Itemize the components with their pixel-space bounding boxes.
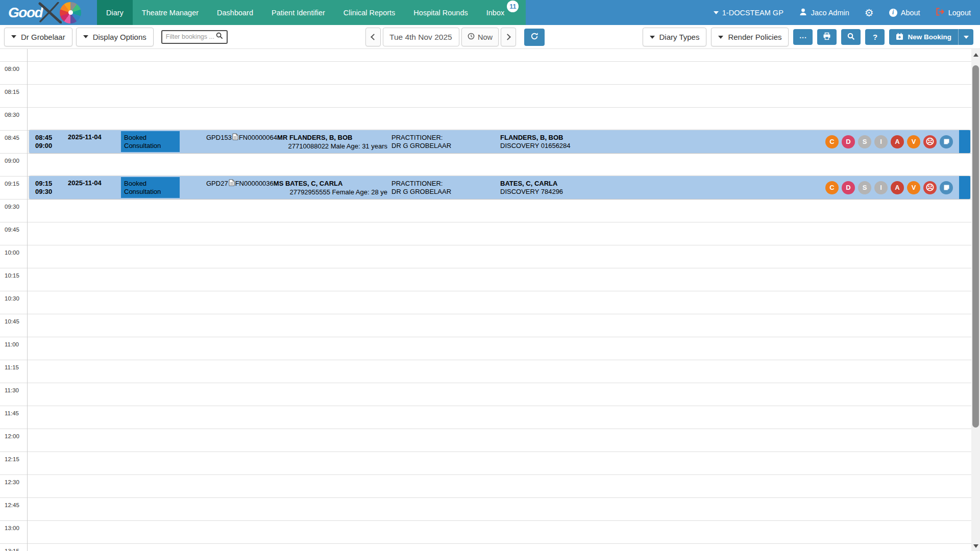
time-slot-label: 09:30: [5, 204, 19, 210]
badge-d[interactable]: D: [842, 181, 855, 194]
time-slot-label: 11:15: [5, 364, 19, 370]
note-icon[interactable]: [940, 135, 953, 148]
scroll-up-arrow[interactable]: [971, 51, 980, 59]
help-button[interactable]: ?: [865, 29, 885, 45]
booking-practitioner: PRACTITIONER:DR G GROBELAAR: [391, 180, 496, 196]
logout-button[interactable]: Logout: [936, 8, 971, 17]
badge-i[interactable]: I: [874, 181, 888, 194]
nav-item-patient-identifier[interactable]: Patient Identifier: [262, 0, 334, 25]
time-slot-label: 10:45: [5, 318, 19, 324]
nav-item-diary[interactable]: Diary: [97, 0, 133, 25]
practice-selector[interactable]: 1-DOCSTEAM GP: [714, 9, 783, 17]
settings-button[interactable]: ⚙: [865, 8, 874, 18]
patient-name: MR FLANDERS, B, BOB: [277, 134, 352, 142]
time-slot-row[interactable]: 09:30: [0, 199, 971, 222]
time-slot-row[interactable]: 11:30: [0, 383, 971, 406]
booking-row[interactable]: 08:4509:002025-11-04BookedConsultationGP…: [29, 130, 970, 153]
new-booking-dropdown-toggle[interactable]: [958, 29, 973, 45]
time-slot-row[interactable]: 12:30: [0, 474, 971, 497]
time-slot-row[interactable]: 10:00: [0, 245, 971, 268]
render-policies-dropdown[interactable]: Render Policies: [711, 28, 789, 46]
date-field[interactable]: Tue 4th Nov 2025: [383, 28, 459, 46]
user-menu[interactable]: Jaco Admin: [799, 8, 849, 18]
nav-item-clinical-reports[interactable]: Clinical Reports: [334, 0, 405, 25]
previous-day-button[interactable]: [365, 28, 381, 46]
time-slot-row[interactable]: 11:45: [0, 406, 971, 429]
booking-date: 2025-11-04: [61, 133, 121, 141]
caret-down-icon: [964, 36, 969, 39]
practitioner-dropdown[interactable]: Dr Grobelaar: [4, 28, 72, 46]
display-options-dropdown[interactable]: Display Options: [76, 28, 154, 46]
time-slot-row[interactable]: 11:00: [0, 337, 971, 360]
time-slot-row[interactable]: 08:00: [0, 61, 971, 84]
time-slot-row[interactable]: 10:30: [0, 291, 971, 314]
note-icon[interactable]: [940, 181, 953, 194]
badge-i[interactable]: I: [874, 135, 888, 148]
badge-d[interactable]: D: [842, 135, 855, 148]
badge-v[interactable]: V: [907, 135, 920, 148]
about-button[interactable]: i About: [889, 9, 920, 17]
date-navigation: Tue 4th Nov 2025 Now: [365, 25, 545, 49]
sad-face-icon[interactable]: ☹: [923, 181, 937, 194]
booking-row[interactable]: 09:1509:302025-11-04BookedConsultationGP…: [29, 176, 970, 199]
badge-c[interactable]: C: [825, 135, 839, 148]
nav-item-theatre-manager[interactable]: Theatre Manager: [133, 0, 208, 25]
badge-s[interactable]: S: [858, 135, 871, 148]
time-slot-row[interactable]: 12:15: [0, 452, 971, 474]
time-slot-label: 08:15: [5, 89, 19, 95]
booking-date: 2025-11-04: [61, 179, 121, 187]
booking-status-badge: BookedConsultation: [121, 131, 180, 152]
time-slot-row[interactable]: 08:15: [0, 84, 971, 107]
booking-file-number: FN00000064: [239, 134, 277, 142]
print-button[interactable]: [817, 29, 837, 45]
booking-time-range: 09:1509:30: [35, 180, 61, 195]
search-button[interactable]: [841, 29, 861, 45]
new-booking-button[interactable]: New Booking: [889, 29, 958, 45]
scroll-down-arrow[interactable]: [971, 542, 980, 550]
time-slot-row[interactable]: 12:00: [0, 429, 971, 452]
badge-a[interactable]: A: [891, 181, 904, 194]
booking-ref: GPD27: [206, 180, 228, 188]
more-options-button[interactable]: ...: [793, 29, 813, 45]
now-button[interactable]: Now: [461, 28, 499, 46]
sad-face-icon[interactable]: ☹: [923, 135, 937, 148]
time-slot-row[interactable]: 08:30: [0, 107, 971, 130]
badge-v[interactable]: V: [907, 181, 920, 194]
nav-item-inbox[interactable]: Inbox11: [477, 0, 519, 25]
time-slot-row[interactable]: 13:00: [0, 520, 971, 543]
time-slot-row[interactable]: 10:45: [0, 314, 971, 337]
time-slot-label: 13:00: [5, 525, 19, 531]
time-slot-row[interactable]: 10:15: [0, 268, 971, 291]
caret-down-icon: [11, 35, 16, 38]
caret-down-icon: [718, 36, 723, 39]
badge-c[interactable]: C: [825, 181, 839, 194]
time-slot-row[interactable]: 09:00: [0, 153, 971, 176]
booking-debtor: BATES, C, CARLADISCOVERY 784296: [500, 180, 669, 196]
filter-bookings-input[interactable]: [166, 33, 216, 40]
next-day-button[interactable]: [501, 28, 516, 46]
scrollbar-thumb[interactable]: [972, 65, 979, 428]
info-icon: i: [889, 9, 897, 17]
diary-types-dropdown[interactable]: Diary Types: [643, 28, 707, 46]
goodx-logo: Good: [0, 0, 97, 25]
nav-item-hospital-rounds[interactable]: Hospital Rounds: [404, 0, 477, 25]
badge-a[interactable]: A: [891, 135, 904, 148]
practitioner-name: DR G GROBELAAR: [391, 142, 496, 150]
time-slot-row[interactable]: 09:45: [0, 222, 971, 245]
goodx-logo-x-icon: [38, 2, 62, 26]
refresh-button[interactable]: [524, 29, 545, 46]
time-slot-label: 12:45: [5, 502, 19, 508]
booking-action-badges: CDSIAV☹: [825, 181, 959, 194]
badge-s[interactable]: S: [858, 181, 871, 194]
user-icon: [799, 8, 807, 18]
time-slot-row[interactable]: 12:45: [0, 497, 971, 520]
time-slot-row[interactable]: 11:15: [0, 360, 971, 383]
nav-menu: DiaryTheatre ManagerDashboardPatient Ide…: [97, 0, 526, 25]
time-slot-label: 12:15: [5, 456, 19, 462]
chevron-left-icon: [371, 34, 377, 40]
nav-item-dashboard[interactable]: Dashboard: [208, 0, 262, 25]
time-slot-label: 10:30: [5, 295, 19, 302]
time-slot-row[interactable]: 13:15: [0, 543, 971, 551]
caret-down-icon: [714, 11, 719, 14]
practitioner-label: PRACTITIONER:: [391, 134, 496, 142]
